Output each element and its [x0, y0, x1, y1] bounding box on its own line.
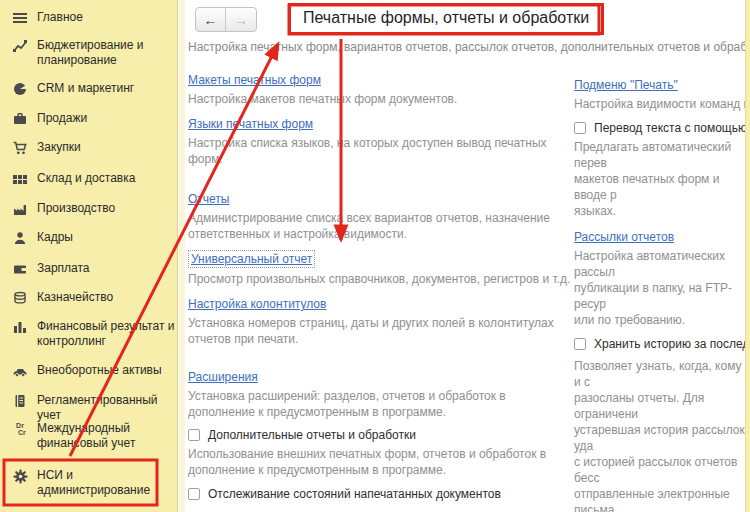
sidebar-item-ifrs[interactable]: Dr Cr Международный финансовый учет	[0, 421, 178, 451]
pie-chart-icon	[11, 82, 29, 96]
main-content: ← → Печатные формы, отчеты и обработки Н…	[185, 0, 750, 512]
sidebar-item-hr[interactable]: Кадры	[0, 230, 178, 245]
checkbox-keep-history[interactable]: Хранить историю за последние	[574, 336, 750, 352]
app-window: Главное Бюджетирование и планирование CR…	[0, 0, 750, 512]
factory-icon	[11, 202, 29, 216]
link-print-form-languages[interactable]: Языки печатных форм	[188, 116, 313, 132]
sidebar-item-label: Международный финансовый учет	[37, 421, 135, 451]
desc-extensions: Установка расширений: разделов, отчетов …	[188, 388, 574, 420]
sidebar-item-label: Кадры	[37, 230, 73, 245]
back-icon: ←	[204, 12, 218, 28]
settings-columns: Макеты печатных форм Настройка макетов п…	[188, 64, 750, 512]
page-subtitle: Настройка печатных форм, вариантов отчет…	[188, 40, 750, 54]
sidebar-item-label: Продажи	[37, 111, 87, 126]
sidebar-item-label: Финансовый результат и контроллинг	[37, 319, 174, 349]
sidebar-item-treasury[interactable]: Казначейство	[0, 290, 178, 305]
warehouse-icon	[11, 172, 29, 186]
desc-print-form-languages: Настройка списка языков, на которых дост…	[188, 135, 574, 167]
sidebar-item-label: Внеоборотные активы	[37, 363, 162, 378]
checkbox-text-translation[interactable]: Перевод текста с помощью Я	[574, 120, 750, 136]
link-header-footer-settings[interactable]: Настройка колонтитулов	[188, 296, 326, 312]
sidebar-item-label: Регламентированный учет	[37, 393, 178, 423]
coins-icon	[11, 291, 29, 305]
desc-report-mailings: Настройка автоматических рассыл публикац…	[574, 248, 750, 328]
section-sidebar: Главное Бюджетирование и планирование CR…	[0, 0, 178, 512]
desc-keep-history: Позволяет узнать, когда, кому и с разосл…	[574, 358, 750, 512]
checkbox-box[interactable]	[188, 488, 200, 500]
back-button[interactable]: ←	[196, 8, 226, 31]
sidebar-item-main[interactable]: Главное	[0, 10, 178, 25]
forward-icon: →	[234, 12, 248, 28]
link-universal-report[interactable]: Универсальный отчет	[188, 250, 315, 268]
desc-print-form-layouts: Настройка макетов печатных форм документ…	[188, 91, 574, 107]
person-icon	[11, 231, 29, 245]
checkbox-box[interactable]	[574, 338, 586, 350]
drcr-icon: Dr Cr	[11, 422, 29, 436]
wallet-icon	[11, 262, 29, 276]
link-extensions[interactable]: Расширения	[188, 369, 258, 385]
sidebar-item-label: НСИ и администрирование	[37, 468, 150, 498]
checkbox-printed-doc-tracking[interactable]: Отслеживание состояний напечатанных доку…	[188, 486, 574, 502]
sidebar-item-finresult[interactable]: Финансовый результат и контроллинг	[0, 319, 178, 349]
sidebar-item-warehouse[interactable]: Склад и доставка	[0, 171, 178, 186]
history-nav-group: ← →	[195, 7, 257, 32]
gear-icon	[11, 469, 29, 484]
sidebar-item-crm[interactable]: CRM и маркетинг	[0, 81, 178, 96]
checkbox-box[interactable]	[574, 122, 586, 134]
forward-button[interactable]: →	[226, 8, 256, 31]
sidebar-item-label: Производство	[37, 201, 115, 216]
sidebar-item-label: Закупки	[37, 140, 81, 155]
checkbox-label: Хранить историю за последние	[594, 336, 750, 352]
checkbox-label: Перевод текста с помощью	[594, 120, 747, 136]
sidebar-item-label: CRM и маркетинг	[37, 81, 134, 96]
checkbox-label: Дополнительные отчеты и обработки	[208, 427, 416, 443]
sidebar-item-sales[interactable]: Продажи	[0, 111, 178, 126]
desc-universal-report: Просмотр произвольных справочников, доку…	[188, 271, 574, 287]
right-edge-strip	[745, 0, 750, 512]
book-icon	[11, 394, 29, 408]
desc-reports: Администрирование списка всех вариантов …	[188, 210, 574, 242]
cart-icon	[11, 141, 29, 155]
desc-additional-reports: Использование внешних печатных форм, отч…	[188, 446, 574, 478]
sidebar-item-production[interactable]: Производство	[0, 201, 178, 216]
sidebar-item-budgeting[interactable]: Бюджетирование и планирование	[0, 38, 178, 68]
desc-text-translation: Предлагать автоматический перев макетов …	[574, 139, 750, 219]
sidebar-item-regulated[interactable]: Регламентированный учет	[0, 393, 178, 423]
right-column: Подменю "Печать" Настройка видимости ком…	[574, 64, 750, 512]
checkbox-additional-reports[interactable]: Дополнительные отчеты и обработки	[188, 427, 574, 443]
title-highlight-box: Печатные формы, отчеты и обработки	[288, 3, 604, 35]
sidebar-item-assets[interactable]: Внеоборотные активы	[0, 363, 178, 378]
desc-print-submenu: Настройка видимости команд печа	[574, 96, 750, 112]
link-print-submenu[interactable]: Подменю "Печать"	[574, 77, 678, 93]
link-report-mailings[interactable]: Рассылки отчетов	[574, 229, 674, 245]
car-icon	[11, 364, 29, 378]
sidebar-item-label: Зарплата	[37, 261, 90, 276]
link-print-form-layouts[interactable]: Макеты печатных форм	[188, 72, 321, 88]
desc-header-footer-settings: Установка номеров страниц, даты и других…	[188, 315, 574, 347]
left-column: Макеты печатных форм Настройка макетов п…	[188, 64, 574, 512]
menu-icon	[11, 11, 29, 25]
sidebar-item-label: Казначейство	[37, 290, 113, 305]
universal-report-focus-box: Универсальный отчет	[188, 249, 574, 268]
checkbox-label: Отслеживание состояний напечатанных доку…	[208, 486, 501, 502]
link-reports[interactable]: Отчеты	[188, 191, 229, 207]
sidebar-item-salary[interactable]: Зарплата	[0, 261, 178, 276]
bar-chart-icon	[11, 320, 29, 334]
sidebar-item-label: Склад и доставка	[37, 171, 135, 186]
briefcase-icon	[11, 112, 29, 126]
sidebar-item-nsi-admin[interactable]: НСИ и администрирование	[0, 468, 178, 498]
checkbox-box[interactable]	[188, 429, 200, 441]
sidebar-item-label: Главное	[37, 10, 83, 25]
sidebar-item-purchases[interactable]: Закупки	[0, 140, 178, 155]
sidebar-item-label: Бюджетирование и планирование	[37, 38, 143, 68]
planning-chart-icon	[11, 39, 29, 53]
page-title: Печатные формы, отчеты и обработки	[303, 9, 589, 27]
